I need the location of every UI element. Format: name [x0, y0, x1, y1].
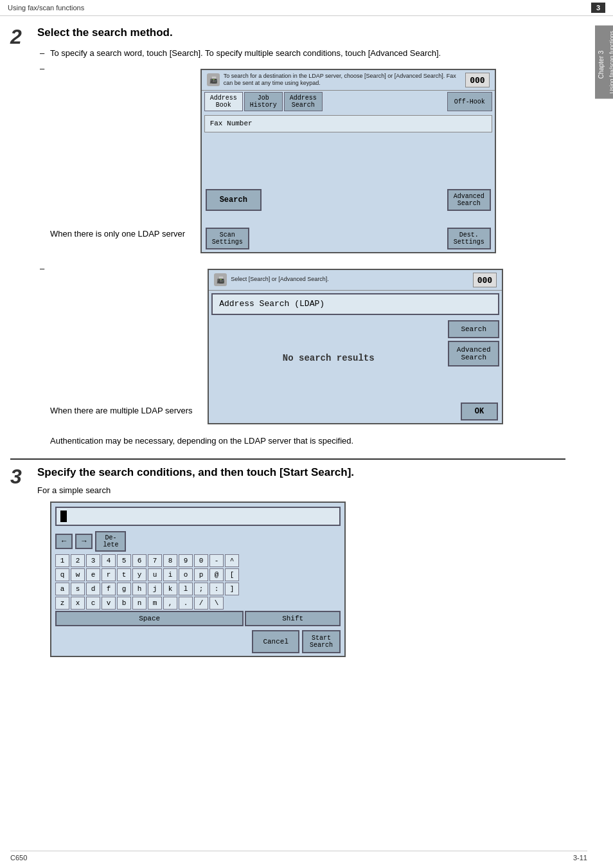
kb-shift-btn[interactable]: Shift: [245, 611, 341, 626]
step-3-section: 3 Specify the search conditions, and the…: [10, 466, 565, 664]
screen2-counter: 000: [473, 273, 497, 288]
key-b[interactable]: b: [117, 597, 131, 610]
key-e[interactable]: e: [86, 568, 100, 581]
key-i[interactable]: i: [163, 568, 177, 581]
footer-left: C650: [10, 854, 27, 862]
screen2-header: 📠 Select [Search] or [Advanced Search]. …: [209, 270, 502, 291]
key-caret[interactable]: ^: [225, 554, 239, 567]
step-2-bullets: To specify a search word, touch [Search]…: [37, 46, 565, 432]
kb-row-1: 1 2 3 4 5 6 7 8 9 0 - ^: [55, 554, 341, 567]
key-h[interactable]: h: [132, 583, 147, 595]
kb-input-area[interactable]: [55, 507, 341, 526]
key-u[interactable]: u: [148, 568, 162, 581]
key-3[interactable]: 3: [86, 554, 100, 567]
ldap-right-buttons: Search AdvancedSearch: [448, 320, 499, 397]
key-g[interactable]: g: [117, 583, 131, 595]
key-v[interactable]: v: [102, 597, 116, 610]
kb-row-2: q w e r t y u i o p @ [: [55, 568, 341, 581]
key-r[interactable]: r: [102, 568, 116, 581]
key-w[interactable]: w: [71, 568, 85, 581]
bullet-1: To specify a search word, touch [Search]…: [37, 46, 565, 61]
key-l[interactable]: l: [179, 583, 193, 595]
key-lbracket[interactable]: [: [225, 568, 239, 581]
key-s[interactable]: s: [71, 583, 85, 595]
top-bar: Using fax/scan functions 3: [0, 0, 613, 16]
kb-space-btn[interactable]: Space: [55, 611, 244, 626]
screen1-tabs: AddressBook JobHistory AddressSearch Off…: [202, 91, 495, 113]
screen1-body: [202, 135, 495, 186]
key-semicolon[interactable]: ;: [194, 583, 208, 595]
bullet-3: When there are multiple LDAP servers 📠 S…: [37, 261, 565, 432]
key-colon[interactable]: :: [209, 583, 224, 595]
key-4[interactable]: 4: [102, 554, 116, 567]
search-button[interactable]: Search: [206, 189, 262, 211]
device-icon: 📠: [207, 73, 220, 86]
key-d[interactable]: d: [86, 583, 100, 595]
key-a[interactable]: a: [55, 583, 69, 595]
key-minus[interactable]: -: [209, 554, 224, 567]
key-2[interactable]: 2: [71, 554, 85, 567]
key-j[interactable]: j: [148, 583, 162, 595]
key-0[interactable]: 0: [194, 554, 208, 567]
kb-nav-row: ← → De-lete: [51, 530, 344, 553]
key-5[interactable]: 5: [117, 554, 131, 567]
key-n[interactable]: n: [132, 597, 147, 610]
auth-note: Authentication may be necessary, dependi…: [37, 432, 565, 446]
key-x[interactable]: x: [71, 597, 85, 610]
kb-left-btn[interactable]: ←: [55, 534, 73, 549]
screen-multi-ldap: 📠 Select [Search] or [Advanced Search]. …: [208, 269, 503, 424]
tab-address-search[interactable]: AddressSearch: [284, 92, 323, 111]
kb-cancel-btn[interactable]: Cancel: [252, 630, 299, 653]
key-rbracket[interactable]: ]: [225, 583, 239, 595]
key-backslash[interactable]: \: [209, 597, 224, 610]
ldap-search-btn[interactable]: Search: [448, 320, 499, 338]
kb-start-search-btn[interactable]: StartSearch: [302, 630, 341, 653]
off-hook-btn[interactable]: Off-Hook: [447, 92, 492, 111]
breadcrumb: Using fax/scan functions: [8, 4, 84, 12]
ldap-ok-btn[interactable]: OK: [461, 402, 498, 420]
key-p[interactable]: p: [194, 568, 208, 581]
ldap-main-area: No search results: [211, 320, 445, 397]
ldap-advanced-search-btn[interactable]: AdvancedSearch: [448, 341, 499, 366]
key-at[interactable]: @: [209, 568, 224, 581]
scan-settings-btn[interactable]: ScanSettings: [206, 228, 249, 249]
key-y[interactable]: y: [132, 568, 147, 581]
kb-delete-btn[interactable]: De-lete: [95, 531, 126, 552]
key-period[interactable]: .: [179, 597, 193, 610]
kb-row-4: z x c v b n m , . / \: [55, 597, 341, 610]
kb-right-btn[interactable]: →: [75, 534, 93, 549]
tab-job-history[interactable]: JobHistory: [244, 92, 283, 111]
key-comma[interactable]: ,: [163, 597, 177, 610]
screen-single-ldap: 📠 To search for a destination in the LDA…: [200, 69, 496, 253]
key-t[interactable]: t: [117, 568, 131, 581]
key-8[interactable]: 8: [163, 554, 177, 567]
ldap-title: Address Search (LDAP): [211, 293, 499, 315]
key-slash[interactable]: /: [194, 597, 208, 610]
step-2-number: 2: [10, 26, 30, 446]
screen1-counter: 000: [465, 73, 489, 88]
key-q[interactable]: q: [55, 568, 69, 581]
key-m[interactable]: m: [148, 597, 162, 610]
key-o[interactable]: o: [179, 568, 193, 581]
chapter-sidebar: Chapter 3 Using fax/scan functions: [595, 26, 613, 99]
kb-bottom-row: Cancel StartSearch: [51, 628, 344, 656]
footer-right: 3-11: [573, 854, 587, 862]
key-1[interactable]: 1: [55, 554, 69, 567]
chapter-label-top: Chapter 3: [598, 51, 605, 79]
step-2-title: Select the search method.: [37, 26, 565, 39]
kb-cursor: [60, 511, 67, 522]
kb-row-3: a s d f g h j k l ; : ]: [55, 583, 341, 595]
no-results-text: No search results: [283, 352, 375, 365]
key-7[interactable]: 7: [148, 554, 162, 567]
ldap-ok-row: OK: [209, 400, 502, 423]
dest-settings-btn[interactable]: Dest.Settings: [447, 228, 491, 249]
advanced-search-button[interactable]: AdvancedSearch: [447, 189, 491, 211]
key-k[interactable]: k: [163, 583, 177, 595]
key-6[interactable]: 6: [132, 554, 147, 567]
key-f[interactable]: f: [102, 583, 116, 595]
key-z[interactable]: z: [55, 597, 69, 610]
step-3-number: 3: [10, 466, 30, 664]
key-c[interactable]: c: [86, 597, 100, 610]
key-9[interactable]: 9: [179, 554, 193, 567]
tab-address-book[interactable]: AddressBook: [204, 92, 243, 111]
